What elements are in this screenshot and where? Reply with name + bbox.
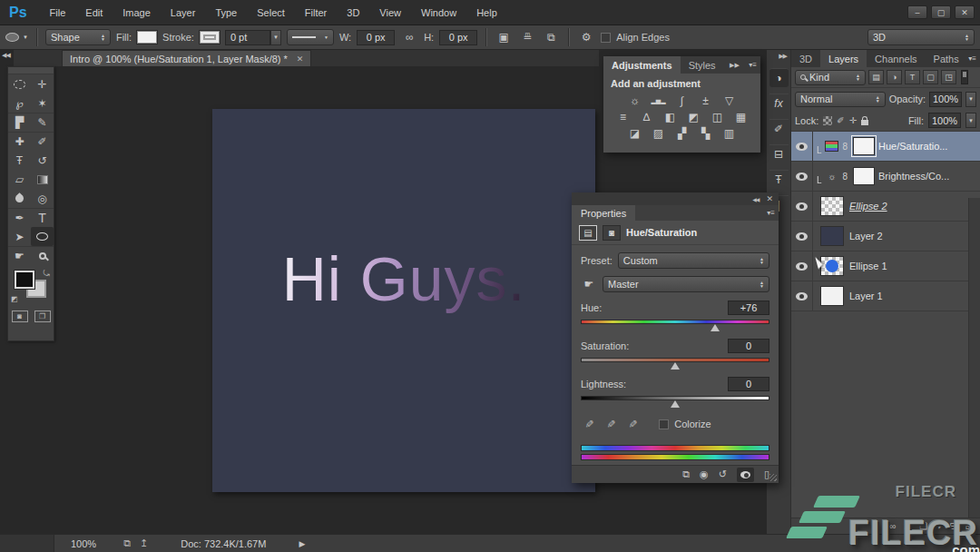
collapse-panel-icon[interactable]: ◀◀ [752, 196, 759, 202]
layer-thumbnail[interactable] [820, 226, 844, 246]
filter-shape-button[interactable]: ▢ [923, 70, 938, 84]
layer-mask-thumbnail[interactable] [853, 137, 875, 155]
color-lookup-button[interactable]: ▦ [732, 110, 750, 123]
magic-wand-tool[interactable]: ✶ [31, 94, 54, 113]
menu-type[interactable]: Type [205, 0, 247, 25]
invert-button[interactable]: ◪ [626, 126, 643, 140]
lock-all-icon[interactable] [861, 120, 868, 125]
opacity-input[interactable]: 100% [929, 92, 962, 107]
tab-layers[interactable]: Layers [820, 50, 867, 67]
hue-slider-thumb[interactable] [710, 324, 720, 331]
opacity-dropdown-icon[interactable]: ▼ [965, 92, 976, 107]
document-tab[interactable]: Intro @ 100% (Hue/Saturation 1, Layer Ma… [62, 50, 311, 66]
layer-name[interactable]: Ellipse 2 [849, 201, 887, 212]
path-selection-tool[interactable]: ➤ [8, 227, 31, 246]
hue-input[interactable]: +76 [728, 301, 769, 315]
marquee-tool[interactable] [8, 74, 31, 94]
fill-dropdown-icon[interactable]: ▼ [965, 113, 976, 128]
threshold-button[interactable]: ▞ [673, 126, 691, 140]
blur-tool[interactable] [8, 189, 31, 208]
color-balance-button[interactable]: ∆ [638, 110, 655, 123]
layer-name[interactable]: Layer 1 [849, 291, 883, 301]
lock-paint-icon[interactable]: ✐ [837, 115, 844, 125]
swap-colors-icon[interactable]: ⤿ [44, 269, 51, 279]
toggle-visibility-icon[interactable] [737, 468, 754, 482]
menu-file[interactable]: File [40, 0, 76, 25]
resize-grip[interactable] [769, 474, 777, 481]
channel-mixer-button[interactable]: ◫ [709, 110, 726, 123]
gear-icon[interactable]: ⚙ [577, 29, 595, 45]
view-previous-state-icon[interactable]: ◉ [700, 468, 709, 480]
path-arrangement-button[interactable]: ⧉ [542, 29, 560, 45]
visibility-toggle[interactable] [791, 162, 813, 191]
selective-color-button[interactable]: ▚ [697, 126, 714, 140]
exposure-button[interactable]: ± [697, 94, 714, 107]
menu-filter[interactable]: Filter [295, 0, 337, 25]
visibility-toggle[interactable] [791, 251, 813, 281]
share-icon[interactable]: ↥ [140, 537, 148, 549]
mini-bridge-icon[interactable]: ⧉ [123, 537, 131, 549]
minimize-button[interactable]: – [907, 5, 927, 19]
posterize-button[interactable]: ▨ [650, 126, 667, 140]
lasso-tool[interactable]: ℘ [8, 94, 31, 113]
layers-scrollbar[interactable] [968, 198, 980, 518]
filter-kind-select[interactable]: Kind ▲▼ [795, 70, 866, 85]
tab-styles[interactable]: Styles [681, 56, 724, 74]
zoom-tool[interactable] [31, 246, 54, 265]
layer-thumbnail[interactable] [820, 286, 844, 306]
layer-mask-thumbnail[interactable] [853, 167, 875, 185]
layer-name[interactable]: Ellipse 1 [849, 261, 887, 271]
panel-menu-icon[interactable]: ▾≡ [767, 209, 775, 217]
preset-select[interactable]: Custom ▲▼ [618, 252, 769, 269]
close-icon[interactable]: ✕ [766, 194, 773, 203]
panel-menu-icon[interactable]: ▾≡ [968, 54, 976, 63]
gradient-tool[interactable] [31, 170, 54, 189]
clip-to-layer-icon[interactable]: ⧉ [682, 468, 690, 480]
menu-window[interactable]: Window [411, 0, 466, 25]
clone-source-dock-icon[interactable]: Ŧ [769, 170, 789, 189]
mask-link-icon[interactable]: 8 [842, 172, 848, 182]
quick-mask-button[interactable]: ◙ [12, 310, 28, 322]
visibility-toggle[interactable] [791, 222, 813, 251]
tab-3d[interactable]: 3D [791, 50, 820, 67]
gradient-map-button[interactable]: ▥ [720, 126, 738, 140]
close-tab-icon[interactable]: ✕ [297, 54, 304, 64]
layer-thumbnail[interactable] [820, 256, 844, 276]
eyedropper-tool[interactable]: ✎ [31, 113, 54, 132]
fill-input[interactable]: 100% [928, 113, 961, 128]
menu-view[interactable]: View [369, 0, 411, 25]
masks-icon[interactable]: ◙ [603, 225, 621, 241]
saturation-slider-thumb[interactable] [671, 362, 680, 370]
colorize-checkbox[interactable] [659, 419, 669, 429]
path-operations-button[interactable]: ▣ [495, 29, 513, 45]
crop-tool[interactable]: ▛ [8, 113, 31, 132]
styles-dock-icon[interactable]: fx [769, 94, 789, 113]
lock-transparency-icon[interactable] [823, 116, 832, 125]
eyedropper-add-icon[interactable]: ✎ [604, 419, 617, 429]
screen-mode-button[interactable]: ❐ [34, 310, 51, 322]
collapse-panel-icon[interactable]: ▶▶ [730, 62, 740, 69]
tab-channels[interactable]: Channels [867, 50, 925, 67]
stroke-style-select[interactable]: ▼ [287, 29, 334, 45]
saturation-slider[interactable] [581, 358, 769, 369]
pen-tool[interactable]: ✒ [8, 208, 31, 227]
black-white-button[interactable]: ◧ [662, 110, 679, 123]
move-tool[interactable]: ✛ [31, 74, 54, 94]
eyedropper-icon[interactable]: ✎ [583, 419, 595, 429]
visibility-toggle[interactable] [791, 281, 813, 310]
layer-row-ellipse2[interactable]: Ellipse 2 [791, 192, 980, 222]
layer-name[interactable]: Hue/Saturatio... [878, 141, 947, 152]
tab-paths[interactable]: Paths [926, 50, 967, 67]
tab-adjustments[interactable]: Adjustments [603, 56, 681, 74]
menu-layer[interactable]: Layer [161, 0, 206, 25]
lightness-input[interactable]: 0 [728, 377, 769, 391]
blend-mode-select[interactable]: Normal ▲▼ [795, 92, 886, 107]
hue-saturation-button[interactable]: ≡ [614, 110, 632, 123]
layer-row-layer1[interactable]: Layer 1 [791, 281, 980, 311]
targeted-adjustment-icon[interactable]: ☛ [581, 278, 597, 291]
tab-properties[interactable]: Properties [572, 205, 635, 221]
link-dimensions-icon[interactable]: ∞ [400, 29, 418, 45]
saturation-input[interactable]: 0 [728, 339, 769, 353]
lock-position-icon[interactable]: ✛ [849, 115, 857, 125]
filter-image-button[interactable]: ▤ [868, 70, 884, 84]
